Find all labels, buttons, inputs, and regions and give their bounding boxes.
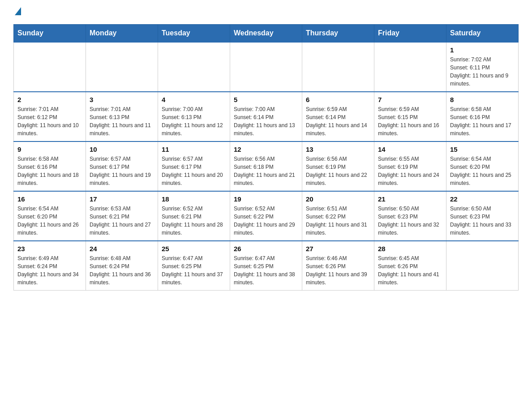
day-number: 15 (450, 146, 515, 153)
day-number: 5 (234, 96, 298, 103)
calendar-cell (158, 42, 230, 92)
day-info: Sunrise: 6:56 AM Sunset: 6:18 PM Dayligh… (234, 155, 298, 187)
calendar-cell: 13 Sunrise: 6:56 AM Sunset: 6:19 PM Dayl… (302, 141, 374, 191)
day-number: 8 (450, 96, 515, 103)
day-info: Sunrise: 6:51 AM Sunset: 6:22 PM Dayligh… (306, 205, 370, 237)
calendar-week-row: 1 Sunrise: 7:02 AM Sunset: 6:11 PM Dayli… (14, 42, 519, 92)
day-info: Sunrise: 6:55 AM Sunset: 6:19 PM Dayligh… (378, 155, 442, 187)
calendar-cell: 23 Sunrise: 6:49 AM Sunset: 6:24 PM Dayl… (14, 241, 86, 291)
day-info: Sunrise: 6:50 AM Sunset: 6:23 PM Dayligh… (450, 205, 515, 237)
day-info: Sunrise: 7:02 AM Sunset: 6:11 PM Dayligh… (450, 56, 515, 88)
calendar-cell: 16 Sunrise: 6:54 AM Sunset: 6:20 PM Dayl… (14, 191, 86, 241)
day-number: 12 (234, 146, 298, 153)
day-info: Sunrise: 7:01 AM Sunset: 6:13 PM Dayligh… (90, 105, 154, 137)
calendar-header-row: SundayMondayTuesdayWednesdayThursdayFrid… (14, 25, 519, 43)
day-info: Sunrise: 6:58 AM Sunset: 6:16 PM Dayligh… (450, 105, 515, 137)
day-info: Sunrise: 6:59 AM Sunset: 6:15 PM Dayligh… (378, 105, 442, 137)
column-header-thursday: Thursday (302, 25, 374, 43)
day-info: Sunrise: 6:52 AM Sunset: 6:21 PM Dayligh… (162, 205, 226, 237)
calendar-cell: 3 Sunrise: 7:01 AM Sunset: 6:13 PM Dayli… (86, 92, 158, 141)
calendar-cell: 9 Sunrise: 6:58 AM Sunset: 6:16 PM Dayli… (14, 141, 86, 191)
day-info: Sunrise: 6:57 AM Sunset: 6:17 PM Dayligh… (162, 155, 226, 187)
column-header-monday: Monday (86, 25, 158, 43)
day-info: Sunrise: 6:59 AM Sunset: 6:14 PM Dayligh… (306, 105, 370, 137)
day-number: 7 (378, 96, 442, 103)
page-header (13, 9, 519, 15)
day-info: Sunrise: 6:52 AM Sunset: 6:22 PM Dayligh… (234, 205, 298, 237)
day-info: Sunrise: 6:49 AM Sunset: 6:24 PM Dayligh… (17, 254, 82, 287)
column-header-sunday: Sunday (14, 25, 86, 43)
day-info: Sunrise: 7:00 AM Sunset: 6:13 PM Dayligh… (162, 105, 226, 137)
calendar-cell: 4 Sunrise: 7:00 AM Sunset: 6:13 PM Dayli… (158, 92, 230, 141)
calendar-cell: 15 Sunrise: 6:54 AM Sunset: 6:20 PM Dayl… (446, 141, 519, 191)
day-number: 16 (17, 195, 82, 203)
day-info: Sunrise: 6:47 AM Sunset: 6:25 PM Dayligh… (234, 254, 298, 287)
day-number: 3 (90, 96, 154, 103)
calendar-cell: 8 Sunrise: 6:58 AM Sunset: 6:16 PM Dayli… (446, 92, 519, 141)
calendar-cell: 19 Sunrise: 6:52 AM Sunset: 6:22 PM Dayl… (230, 191, 302, 241)
day-number: 18 (162, 195, 226, 203)
day-info: Sunrise: 6:58 AM Sunset: 6:16 PM Dayligh… (17, 155, 82, 187)
day-info: Sunrise: 6:53 AM Sunset: 6:21 PM Dayligh… (90, 205, 154, 237)
day-number: 2 (17, 96, 82, 103)
day-number: 4 (162, 96, 226, 103)
calendar-cell: 14 Sunrise: 6:55 AM Sunset: 6:19 PM Dayl… (374, 141, 446, 191)
calendar-cell: 10 Sunrise: 6:57 AM Sunset: 6:17 PM Dayl… (86, 141, 158, 191)
day-info: Sunrise: 6:46 AM Sunset: 6:26 PM Dayligh… (306, 254, 370, 287)
column-header-saturday: Saturday (446, 25, 519, 43)
calendar-cell (302, 42, 374, 92)
day-info: Sunrise: 6:48 AM Sunset: 6:24 PM Dayligh… (90, 254, 154, 287)
day-info: Sunrise: 6:54 AM Sunset: 6:20 PM Dayligh… (17, 205, 82, 237)
day-number: 6 (306, 96, 370, 103)
day-info: Sunrise: 6:50 AM Sunset: 6:23 PM Dayligh… (378, 205, 442, 237)
day-number: 21 (378, 195, 442, 203)
day-info: Sunrise: 6:45 AM Sunset: 6:26 PM Dayligh… (378, 254, 442, 287)
calendar-cell: 25 Sunrise: 6:47 AM Sunset: 6:25 PM Dayl… (158, 241, 230, 291)
day-number: 26 (234, 245, 298, 253)
calendar-cell: 17 Sunrise: 6:53 AM Sunset: 6:21 PM Dayl… (86, 191, 158, 241)
calendar-cell (86, 42, 158, 92)
calendar-cell: 1 Sunrise: 7:02 AM Sunset: 6:11 PM Dayli… (446, 42, 519, 92)
day-number: 9 (17, 146, 82, 153)
day-number: 17 (90, 195, 154, 203)
day-number: 27 (306, 245, 370, 253)
calendar-cell: 6 Sunrise: 6:59 AM Sunset: 6:14 PM Dayli… (302, 92, 374, 141)
calendar-week-row: 2 Sunrise: 7:01 AM Sunset: 6:12 PM Dayli… (14, 92, 519, 141)
day-info: Sunrise: 7:00 AM Sunset: 6:14 PM Dayligh… (234, 105, 298, 137)
calendar-cell: 22 Sunrise: 6:50 AM Sunset: 6:23 PM Dayl… (446, 191, 519, 241)
day-number: 1 (450, 46, 515, 54)
logo-triangle-icon (15, 7, 21, 15)
day-number: 14 (378, 146, 442, 153)
day-number: 28 (378, 245, 442, 253)
calendar-cell (446, 241, 519, 291)
day-number: 19 (234, 195, 298, 203)
column-header-wednesday: Wednesday (230, 25, 302, 43)
logo (13, 9, 21, 15)
day-info: Sunrise: 7:01 AM Sunset: 6:12 PM Dayligh… (17, 105, 82, 137)
calendar-cell (230, 42, 302, 92)
calendar-cell: 7 Sunrise: 6:59 AM Sunset: 6:15 PM Dayli… (374, 92, 446, 141)
calendar-cell: 24 Sunrise: 6:48 AM Sunset: 6:24 PM Dayl… (86, 241, 158, 291)
calendar-cell: 21 Sunrise: 6:50 AM Sunset: 6:23 PM Dayl… (374, 191, 446, 241)
day-number: 11 (162, 146, 226, 153)
day-number: 20 (306, 195, 370, 203)
day-info: Sunrise: 6:54 AM Sunset: 6:20 PM Dayligh… (450, 155, 515, 187)
calendar-cell (374, 42, 446, 92)
calendar-table: SundayMondayTuesdayWednesdayThursdayFrid… (13, 24, 519, 291)
calendar-week-row: 23 Sunrise: 6:49 AM Sunset: 6:24 PM Dayl… (14, 241, 519, 291)
day-number: 10 (90, 146, 154, 153)
day-number: 22 (450, 195, 515, 203)
calendar-cell: 18 Sunrise: 6:52 AM Sunset: 6:21 PM Dayl… (158, 191, 230, 241)
day-info: Sunrise: 6:56 AM Sunset: 6:19 PM Dayligh… (306, 155, 370, 187)
calendar-week-row: 9 Sunrise: 6:58 AM Sunset: 6:16 PM Dayli… (14, 141, 519, 191)
calendar-cell: 2 Sunrise: 7:01 AM Sunset: 6:12 PM Dayli… (14, 92, 86, 141)
calendar-cell: 26 Sunrise: 6:47 AM Sunset: 6:25 PM Dayl… (230, 241, 302, 291)
calendar-cell: 5 Sunrise: 7:00 AM Sunset: 6:14 PM Dayli… (230, 92, 302, 141)
day-number: 13 (306, 146, 370, 153)
calendar-cell: 27 Sunrise: 6:46 AM Sunset: 6:26 PM Dayl… (302, 241, 374, 291)
day-info: Sunrise: 6:47 AM Sunset: 6:25 PM Dayligh… (162, 254, 226, 287)
calendar-cell: 11 Sunrise: 6:57 AM Sunset: 6:17 PM Dayl… (158, 141, 230, 191)
calendar-cell: 20 Sunrise: 6:51 AM Sunset: 6:22 PM Dayl… (302, 191, 374, 241)
day-info: Sunrise: 6:57 AM Sunset: 6:17 PM Dayligh… (90, 155, 154, 187)
calendar-week-row: 16 Sunrise: 6:54 AM Sunset: 6:20 PM Dayl… (14, 191, 519, 241)
